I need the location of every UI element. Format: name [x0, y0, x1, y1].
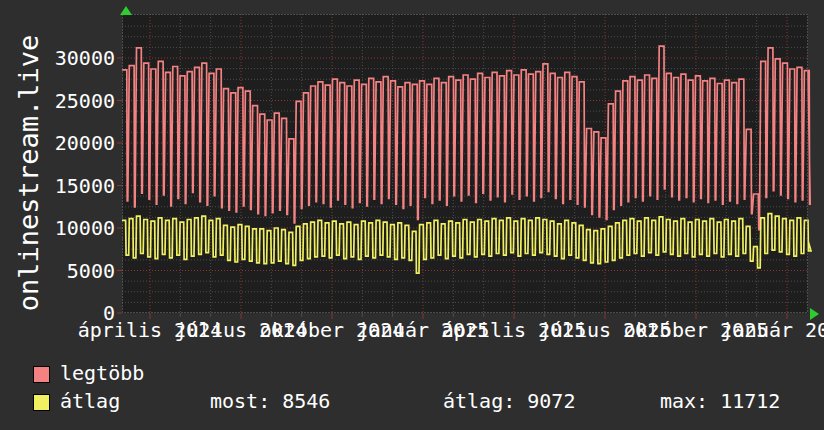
y-tick-label: 25000 — [3, 91, 115, 111]
legend-stat-max: max: 11712 — [660, 391, 780, 411]
y-axis-arrow-icon — [120, 6, 132, 15]
y-tick-label: 15000 — [3, 176, 115, 196]
y-tick-label: 10000 — [3, 218, 115, 238]
legend-stat-atlag: átlag: 9072 — [443, 391, 575, 411]
plot-area — [122, 14, 808, 313]
legend-label-legtobb: legtöbb — [60, 363, 144, 383]
y-tick-label: 20000 — [3, 133, 115, 153]
chart-canvas — [122, 14, 808, 320]
legend-swatch-atlag — [33, 394, 50, 411]
munin-graph-panel: onlinestream.live 3000025000200001500010… — [0, 0, 824, 430]
x-tick-label: január 2026 — [721, 320, 824, 340]
legend-label-atlag: átlag — [60, 391, 120, 411]
legend-swatch-legtobb — [33, 366, 50, 383]
plot-background — [122, 14, 808, 313]
y-tick-label: 30000 — [3, 48, 115, 68]
y-tick-label: 5000 — [3, 261, 115, 281]
legend-stat-most: most: 8546 — [210, 391, 330, 411]
